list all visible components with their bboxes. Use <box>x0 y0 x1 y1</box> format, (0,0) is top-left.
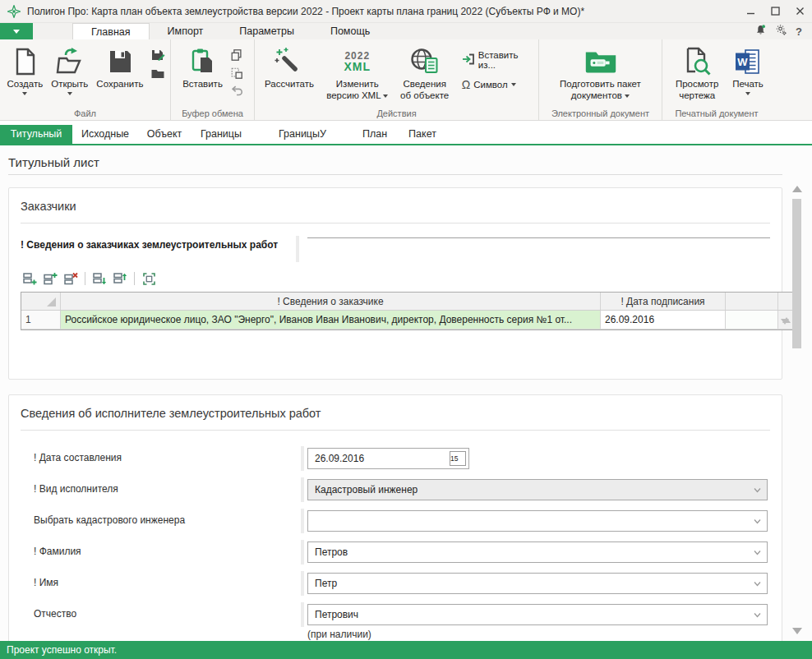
chevron-down-icon <box>754 581 761 587</box>
executor-type-label: ! Вид исполнителя <box>34 483 118 495</box>
date-input[interactable]: 26.09.2016 15 <box>307 448 469 469</box>
save-all-folder-button[interactable] <box>150 65 166 81</box>
xml-2022-icon: 2022XML <box>344 46 371 77</box>
word-document-icon: W <box>734 46 762 77</box>
tab-borders[interactable]: Границы <box>191 125 251 144</box>
move-row-up-button[interactable] <box>111 270 129 287</box>
field-separator <box>301 602 304 627</box>
group-label-edocument: Электронный документ <box>539 108 662 118</box>
globe-info-icon <box>410 46 440 77</box>
app-menu-button[interactable] <box>0 23 33 39</box>
tab-title-page[interactable]: Титульный <box>0 125 72 144</box>
import-arrow-icon <box>462 53 475 67</box>
help-icon[interactable]: ? <box>796 25 802 38</box>
copy-button[interactable] <box>228 47 245 62</box>
scroll-down-icon[interactable] <box>792 628 802 634</box>
ribbon-group-clipboard: Вставить Буфер обмена <box>171 39 255 120</box>
tab-plan[interactable]: План <box>353 125 396 144</box>
chevron-down-icon <box>13 30 20 34</box>
firstname-select[interactable]: Петр <box>307 573 768 594</box>
customer-info-cell[interactable]: Российское юридическое лицо, ЗАО "Энерго… <box>61 311 601 329</box>
extra-cell[interactable] <box>726 311 778 329</box>
ribbon-group-printdoc: Просмотр чертежа W Печать Печатный докум… <box>662 39 771 120</box>
sign-date-cell[interactable]: 26.09.2016 <box>601 311 726 329</box>
save-as-button[interactable] <box>150 47 166 62</box>
settings-gear-icon[interactable] <box>775 24 787 39</box>
print-button[interactable]: W Печать <box>728 44 768 98</box>
close-button[interactable] <box>787 0 812 22</box>
prepare-package-button[interactable]: Подготовить пакет документов <box>543 44 658 104</box>
scroll-down-icon[interactable] <box>781 319 789 325</box>
customers-section-title: Заказчики <box>21 200 76 213</box>
toolbar-separator <box>134 272 135 285</box>
chevron-down-icon <box>67 92 72 95</box>
patronymic-select[interactable]: Петрович <box>307 604 768 625</box>
scroll-up-icon[interactable] <box>792 186 802 192</box>
tab-source[interactable]: Исходные <box>72 125 138 144</box>
divider <box>21 430 770 431</box>
svg-text:W: W <box>737 56 748 68</box>
choose-engineer-select[interactable] <box>307 510 768 532</box>
paste-special-button[interactable] <box>228 65 245 81</box>
customers-field-label: ! Сведения о заказчиках землеустроительн… <box>21 239 278 251</box>
create-button[interactable]: Создать <box>2 44 47 98</box>
move-row-down-button[interactable] <box>90 270 108 287</box>
chevron-down-icon <box>754 518 761 524</box>
form-row-date: ! Дата составления 26.09.2016 15 <box>9 446 770 471</box>
select-all-corner[interactable] <box>21 293 61 310</box>
undo-button[interactable] <box>228 83 245 99</box>
paste-button[interactable]: Вставить <box>178 44 227 93</box>
field-separator <box>301 477 304 502</box>
symbol-button[interactable]: Ω Символ <box>459 76 535 93</box>
tab-object[interactable]: Объект <box>138 125 191 144</box>
row-number-cell[interactable]: 1 <box>21 311 61 329</box>
column-header-sign-date[interactable]: ! Дата подписания <box>601 293 726 310</box>
insert-from-button[interactable]: Вставить из... <box>459 48 535 71</box>
tab-package[interactable]: Пакет <box>396 125 449 144</box>
column-header-customer-info[interactable]: ! Сведения о заказчике <box>61 293 601 310</box>
surname-select[interactable]: Петров <box>307 541 768 563</box>
open-button[interactable]: Открыть <box>47 44 92 98</box>
window-title: Полигон Про: Карта план объекта землеуст… <box>27 6 584 17</box>
tab-borders-u[interactable]: ГраницыУ <box>251 125 353 144</box>
page-scrollbar[interactable] <box>790 184 805 636</box>
menu-tab-import[interactable]: Импорт <box>150 23 222 39</box>
corner-triangle-icon <box>47 297 56 306</box>
scrollbar-thumb[interactable] <box>792 199 801 348</box>
table-row[interactable]: 1 Российское юридическое лицо, ЗАО "Энер… <box>21 311 792 330</box>
save-button[interactable]: Сохранить <box>92 44 147 93</box>
content-area: Титульный лист Заказчики ! Сведения о за… <box>0 147 812 641</box>
notifications-bell-icon[interactable] <box>754 24 767 39</box>
calculate-button[interactable]: Рассчитать <box>256 44 322 93</box>
preview-drawing-button[interactable]: Просмотр чертежа <box>666 44 728 104</box>
insert-row-button[interactable] <box>41 270 59 287</box>
date-label: ! Дата составления <box>34 452 122 463</box>
expand-table-button[interactable] <box>140 270 158 287</box>
ribbon-group-edocument: Подготовить пакет документов Электронный… <box>539 39 662 120</box>
menu-tab-help[interactable]: Помощь <box>312 23 388 39</box>
delete-row-button[interactable] <box>62 270 80 287</box>
group-label-printdoc: Печатный документ <box>662 108 771 118</box>
add-row-button[interactable] <box>21 270 39 287</box>
form-row-surname: ! Фамилия Петров <box>9 540 770 565</box>
minimize-button[interactable] <box>738 0 763 22</box>
status-message: Проект успешно открыт. <box>7 644 117 656</box>
executor-section-title: Сведения об исполнителе землеустроительн… <box>21 407 321 420</box>
chevron-down-icon <box>754 487 761 493</box>
executor-type-select[interactable]: Кадастровый инженер <box>307 479 768 500</box>
menu-tab-parameters[interactable]: Параметры <box>221 23 312 39</box>
form-row-patronymic: Отчество Петрович <box>9 602 770 627</box>
column-header-extra[interactable] <box>726 293 778 310</box>
title-bar: Полигон Про: Карта план объекта землеуст… <box>0 0 812 23</box>
object-info-button[interactable]: Сведения об объекте <box>393 44 457 104</box>
chevron-down-icon <box>745 92 750 95</box>
drawing-preview-icon <box>682 46 712 77</box>
maximize-button[interactable] <box>763 0 787 22</box>
menu-tab-main[interactable]: Главная <box>72 23 150 39</box>
form-row-firstname: ! Имя Петр <box>9 571 770 596</box>
calendar-button[interactable]: 15 <box>450 451 466 466</box>
group-label-clipboard: Буфер обмена <box>171 108 254 118</box>
customers-field-area[interactable] <box>307 237 770 260</box>
chevron-down-icon <box>625 94 630 98</box>
change-xml-version-button[interactable]: 2022XML Изменить версию XML <box>322 44 393 104</box>
